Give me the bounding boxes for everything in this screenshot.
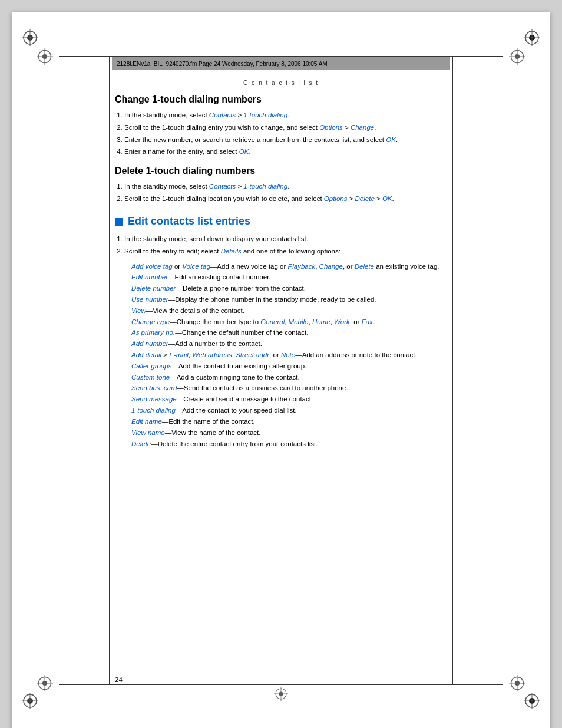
list-item: In the standby mode, select Contacts > 1… xyxy=(124,181,447,192)
reg-mark-inner-bl xyxy=(35,674,54,693)
list-item: Scroll to the 1-touch dialing location y… xyxy=(124,193,447,205)
v-line-right xyxy=(452,56,453,685)
delete-1touch-list: In the standby mode, select Contacts > 1… xyxy=(115,181,447,205)
reg-mark-top-left-outer xyxy=(21,28,39,47)
option-change-type: Change type—Change the number type to Ge… xyxy=(131,317,447,328)
option-edit-name: Edit name—Edit the name of the contact. xyxy=(131,417,447,427)
option-view: View—View the details of the contact. xyxy=(131,306,447,317)
h-line-bot xyxy=(59,684,503,685)
list-item: In the standby mode, scroll down to disp… xyxy=(124,233,447,245)
option-use-number: Use number—Display the phone number in t… xyxy=(131,295,447,305)
edit-contacts-list: In the standby mode, scroll down to disp… xyxy=(115,233,447,257)
option-as-primary: As primary no.—Change the default number… xyxy=(131,328,447,338)
reg-mark-bot-right-outer xyxy=(523,691,541,710)
list-item: Scroll to the entry to edit; select Deta… xyxy=(124,246,447,257)
reg-mark-inner-tl xyxy=(35,47,54,66)
change-1touch-list: In the standby mode, select Contacts > 1… xyxy=(115,110,447,157)
heading-edit-contacts: Edit contacts list entries xyxy=(115,215,447,228)
blue-square-icon xyxy=(115,218,123,226)
main-content: C o n t a c t s l i s t Change 1-touch d… xyxy=(115,80,447,678)
list-item: Enter a name for the entry, and select O… xyxy=(124,146,447,157)
list-item: In the standby mode, select Contacts > 1… xyxy=(124,110,447,121)
option-view-name: View name—View the name of the contact. xyxy=(131,428,447,439)
heading-delete-1touch: Delete 1-touch dialing numbers xyxy=(115,166,447,176)
option-add-number: Add number—Add a number to the contact. xyxy=(131,339,447,350)
heading-change-1touch: Change 1-touch dialing numbers xyxy=(115,94,447,105)
option-caller-groups: Caller groups—Add the contact to an exis… xyxy=(131,361,447,372)
reg-mark-inner-tr xyxy=(508,47,527,66)
section-label: C o n t a c t s l i s t xyxy=(115,80,447,86)
option-1touch-dialing: 1-touch dialing—Add the contact to your … xyxy=(131,406,447,416)
options-list: Add voice tag or Voice tag—Add a new voi… xyxy=(115,262,447,450)
reg-mark-inner-br xyxy=(508,674,527,693)
list-item: Enter the new number; or search to retri… xyxy=(124,134,447,146)
option-add-detail: Add detail > E-mail, Web address, Street… xyxy=(131,350,447,361)
page-number: 24 xyxy=(115,676,123,683)
reg-mark-bottom-center xyxy=(274,687,288,703)
option-custom-tone: Custom tone—Add a custom ringing tone to… xyxy=(131,373,447,383)
file-info-bar: 2128i.ENv1a_BIL_9240270.fm Page 24 Wedne… xyxy=(112,57,450,70)
option-add-voice-tag: Add voice tag or Voice tag—Add a new voi… xyxy=(131,262,447,272)
option-send-message: Send message—Create and send a message t… xyxy=(131,394,447,405)
v-line-left xyxy=(109,56,110,685)
option-delete: Delete—Delete the entire contact entry f… xyxy=(131,439,447,450)
page: 2128i.ENv1a_BIL_9240270.fm Page 24 Wedne… xyxy=(12,12,550,728)
reg-mark-bot-left-outer xyxy=(21,691,39,710)
option-edit-number: Edit number—Edit an existing contact num… xyxy=(131,272,447,283)
file-info-text: 2128i.ENv1a_BIL_9240270.fm Page 24 Wedne… xyxy=(117,61,328,67)
h-line-top xyxy=(59,56,503,57)
list-item: Scroll to the 1-touch dialing entry you … xyxy=(124,122,447,133)
option-delete-number: Delete number—Delete a phone number from… xyxy=(131,284,447,294)
reg-mark-top-right-outer xyxy=(523,28,541,47)
option-send-bus-card: Send bus. card—Send the contact as a bus… xyxy=(131,383,447,394)
